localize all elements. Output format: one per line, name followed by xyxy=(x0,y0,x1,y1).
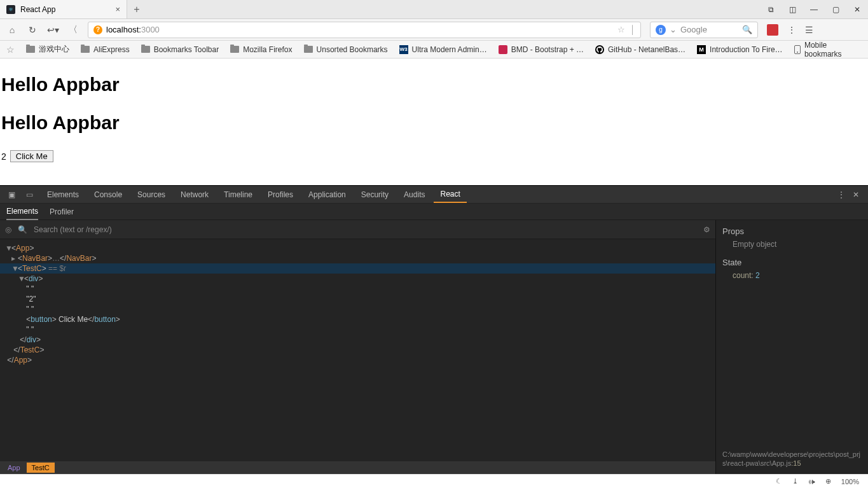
tab-react[interactable]: React xyxy=(434,186,466,203)
browser-tab[interactable]: ⚛ React App × xyxy=(0,0,127,18)
click-me-button[interactable]: Click Me xyxy=(10,150,53,162)
react-tree-panel: ◎ 🔍 ⚙ ▼<App> ▸<NavBar>…</NavBar> ▼<TestC… xyxy=(0,220,715,474)
minimize-button[interactable]: — xyxy=(803,0,825,18)
search-placeholder: Google xyxy=(680,25,707,34)
tab-elements[interactable]: Elements xyxy=(41,186,85,203)
bookmark-item[interactable]: GitHub - NetanelBas… xyxy=(595,45,685,54)
folder-icon xyxy=(304,46,313,53)
aux-window-icon-2[interactable]: ◫ xyxy=(782,0,803,18)
folder-icon xyxy=(26,46,35,53)
tab-console[interactable]: Console xyxy=(88,186,128,203)
devtools-panel: ▣ ▭ Elements Console Sources Network Tim… xyxy=(0,185,868,474)
folder-icon xyxy=(81,46,90,53)
counter-row: 2 Click Me xyxy=(1,150,867,162)
search-icon[interactable]: 🔍 xyxy=(742,25,752,34)
url-divider: │ xyxy=(630,25,635,34)
heading-1: Hello Appbar xyxy=(1,74,867,95)
component-tree[interactable]: ▼<App> ▸<NavBar>…</NavBar> ▼<TestC> == $… xyxy=(0,239,715,461)
bookmarks-bar: ☆ 游戏中心 AliExpress Bookmarks Toolbar Mozi… xyxy=(0,41,868,59)
tab-title: React App xyxy=(20,5,55,14)
bookmark-item[interactable]: BMD - Bootstrap + … xyxy=(499,45,584,54)
bmd-icon xyxy=(499,45,507,54)
status-bar: ☾ ⤓ 🕪 ⊕ 100% xyxy=(0,474,868,488)
new-tab-button[interactable]: + xyxy=(127,0,146,18)
url-text: localhost:3000 xyxy=(106,25,160,34)
mobile-icon xyxy=(794,45,801,54)
hamburger-menu-icon[interactable]: ☰ xyxy=(805,25,813,35)
bookmark-item[interactable]: MIntroduction To Fire… xyxy=(697,45,783,54)
props-empty: Empty object xyxy=(733,240,862,249)
source-file-path[interactable]: C:\wamp\www\developerse\projects\post_pr… xyxy=(722,450,862,468)
tab-audits[interactable]: Audits xyxy=(397,186,431,203)
history-icon[interactable]: ↩▾ xyxy=(47,25,59,35)
bookmarks-star-icon[interactable]: ☆ xyxy=(6,45,15,55)
mobile-bookmarks[interactable]: Mobile bookmarks xyxy=(794,41,862,59)
google-icon: g xyxy=(656,25,666,35)
url-actions: ☆ │ xyxy=(617,25,635,34)
state-kv: count: 2 xyxy=(733,271,862,280)
target-icon[interactable]: ◎ xyxy=(5,225,11,234)
page-content: Hello Appbar Hello Appbar 2 Click Me xyxy=(0,59,868,185)
crumb-app[interactable]: App xyxy=(3,463,25,473)
react-search-bar: ◎ 🔍 ⚙ xyxy=(0,220,715,239)
extension-icon[interactable] xyxy=(767,24,778,36)
props-state-panel: Props Empty object State count: 2 C:\wam… xyxy=(715,220,868,474)
device-toggle-icon[interactable]: ▭ xyxy=(23,188,36,201)
subtab-elements[interactable]: Elements xyxy=(6,204,38,220)
inspect-element-icon[interactable]: ▣ xyxy=(5,188,18,201)
count-value: 2 xyxy=(1,151,6,162)
bookmark-item[interactable]: Mozilla Firefox xyxy=(230,45,292,54)
react-favicon: ⚛ xyxy=(6,5,15,14)
aux-window-icon[interactable]: ⧉ xyxy=(760,0,782,18)
state-heading: State xyxy=(722,258,862,267)
tab-timeline[interactable]: Timeline xyxy=(217,186,259,203)
devtools-controls: ⋮ ✕ xyxy=(837,190,863,199)
back-icon[interactable]: 〈 xyxy=(67,24,79,36)
tab-profiles[interactable]: Profiles xyxy=(261,186,300,203)
tab-sources[interactable]: Sources xyxy=(131,186,172,203)
react-search-input[interactable] xyxy=(34,225,697,234)
devtools-close-icon[interactable]: ✕ xyxy=(853,190,859,199)
devtools-kebab-icon[interactable]: ⋮ xyxy=(837,190,845,199)
bookmark-item[interactable]: Bookmarks Toolbar xyxy=(141,45,219,54)
close-tab-icon[interactable]: × xyxy=(115,4,120,14)
bookmark-item[interactable]: Unsorted Bookmarks xyxy=(304,45,388,54)
devtools-tabbar: ▣ ▭ Elements Console Sources Network Tim… xyxy=(0,186,868,204)
bookmark-item[interactable]: W3Ultra Modern Admin… xyxy=(399,45,487,54)
address-field[interactable]: ? localhost:3000 ☆ │ xyxy=(88,22,641,38)
bookmark-item[interactable]: 游戏中心 xyxy=(26,44,69,55)
reload-icon[interactable]: ↻ xyxy=(27,25,38,35)
folder-icon xyxy=(141,46,150,53)
github-icon xyxy=(595,45,604,54)
url-bar: ⌂ ↻ ↩▾ 〈 ? localhost:3000 ☆ │ g ⌄ Google… xyxy=(0,19,868,41)
home-icon[interactable]: ⌂ xyxy=(6,25,18,35)
zoom-level: 100% xyxy=(841,478,859,485)
window-controls: ⧉ ◫ — ▢ ✕ xyxy=(760,0,868,18)
volume-icon[interactable]: 🕪 xyxy=(808,478,815,485)
bookmark-item[interactable]: AliExpress xyxy=(81,45,130,54)
night-mode-icon[interactable]: ☾ xyxy=(776,477,782,485)
window-titlebar: ⚛ React App × + ⧉ ◫ — ▢ ✕ xyxy=(0,0,868,19)
settings-gear-icon[interactable]: ⚙ xyxy=(703,225,710,234)
security-shield-icon: ? xyxy=(93,25,102,34)
maximize-button[interactable]: ▢ xyxy=(825,0,846,18)
tab-security[interactable]: Security xyxy=(355,186,395,203)
toolbar-right: ⋮ ☰ xyxy=(767,24,813,36)
search-engine-box[interactable]: g ⌄ Google 🔍 xyxy=(650,22,758,38)
search-icon[interactable]: 🔍 xyxy=(18,225,27,234)
crumb-testc[interactable]: TestC xyxy=(27,463,55,473)
devtools-body: ◎ 🔍 ⚙ ▼<App> ▸<NavBar>…</NavBar> ▼<TestC… xyxy=(0,220,868,474)
close-window-button[interactable]: ✕ xyxy=(846,0,868,18)
kebab-menu-icon[interactable]: ⋮ xyxy=(787,25,796,35)
medium-icon: M xyxy=(697,45,706,54)
react-subtabs: Elements Profiler xyxy=(0,204,868,220)
search-chevron-icon[interactable]: ⌄ xyxy=(670,25,677,34)
bookmark-star-icon[interactable]: ☆ xyxy=(617,25,625,34)
heading-2: Hello Appbar xyxy=(1,112,867,134)
subtab-profiler[interactable]: Profiler xyxy=(50,204,74,220)
tab-network[interactable]: Network xyxy=(174,186,215,203)
tab-application[interactable]: Application xyxy=(302,186,352,203)
w3-icon: W3 xyxy=(399,45,408,54)
zoom-icon[interactable]: ⊕ xyxy=(825,477,831,485)
download-icon[interactable]: ⤓ xyxy=(792,477,798,485)
